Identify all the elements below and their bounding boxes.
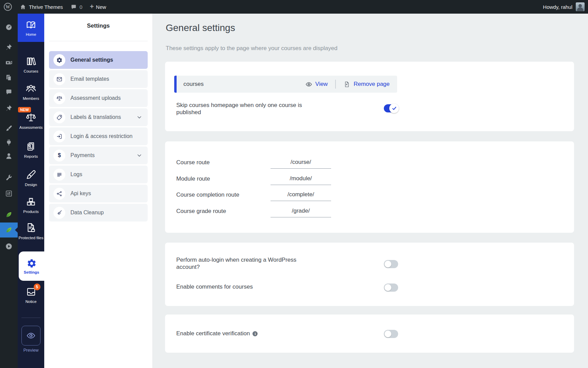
- menu-item-payments[interactable]: $ Payments: [49, 147, 148, 164]
- icon-circle: [53, 169, 65, 181]
- certificate-label: Enable certificate verificationi: [176, 330, 319, 337]
- account-menu[interactable]: Howdy, rahul: [543, 2, 588, 11]
- info-icon[interactable]: i: [252, 331, 258, 336]
- certificate-toggle[interactable]: [384, 330, 398, 338]
- menu-item-label: Api keys: [70, 190, 91, 197]
- sidebar-item-label: Design: [18, 183, 44, 187]
- home-icon: [20, 4, 26, 10]
- sidebar-item-reports[interactable]: Reports: [18, 141, 44, 158]
- route-row: Course grade route /grade/: [176, 205, 563, 217]
- grade-route-field[interactable]: /grade/: [271, 205, 331, 217]
- site-name-link[interactable]: Thrive Themes: [16, 0, 67, 14]
- comment-bubble-icon: [70, 4, 77, 10]
- auto-login-toggle[interactable]: [384, 260, 398, 268]
- courses-page-field[interactable]: courses View: [174, 76, 397, 93]
- thrive-apprentice-rail-item[interactable]: [0, 223, 18, 237]
- settings-panel: Settings General settings Email template…: [44, 14, 152, 368]
- icon-circle: [53, 92, 65, 104]
- menu-item-email-templates[interactable]: Email templates: [49, 70, 148, 88]
- page-actions: View Remove page: [305, 80, 390, 89]
- sidebar-item-settings[interactable]: Settings: [19, 251, 44, 281]
- media-icon[interactable]: [5, 59, 13, 67]
- route-label: Course completion route: [176, 189, 239, 201]
- sidebar-item-preview[interactable]: Preview: [18, 326, 44, 353]
- sidebar-item-protected-files[interactable]: Protected files: [18, 222, 44, 240]
- chevron-down-icon[interactable]: [136, 153, 142, 158]
- sidebar-item-label: Preview: [18, 348, 44, 353]
- route-row: Course route /course/: [176, 156, 563, 169]
- skip-homepage-toggle[interactable]: [384, 104, 398, 112]
- plugins-icon[interactable]: [5, 139, 13, 146]
- main-content: General settings These settings apply to…: [152, 14, 588, 368]
- menu-item-label: Data Cleanup: [70, 210, 104, 216]
- icon-circle: [53, 54, 65, 66]
- icon-circle: [53, 111, 65, 123]
- icon-circle: $: [53, 150, 65, 162]
- users-icon[interactable]: [5, 152, 13, 160]
- wp-admin-rail: [0, 14, 18, 368]
- settings-menu: General settings Email templates: [49, 51, 148, 223]
- sidebar-item-assessments[interactable]: Assessments: [18, 112, 44, 129]
- module-route-field[interactable]: /module/: [271, 173, 331, 185]
- completion-route-field[interactable]: /complete/: [271, 189, 331, 201]
- sidebar-item-home[interactable]: Home: [18, 14, 44, 42]
- route-label: Module route: [176, 173, 210, 185]
- course-route-field[interactable]: /course/: [271, 156, 331, 169]
- panel-title: Settings: [44, 14, 152, 29]
- comments-count: 0: [80, 4, 82, 10]
- icon-circle: [53, 73, 65, 85]
- menu-item-label: General settings: [70, 57, 113, 63]
- dollar-icon: $: [58, 152, 61, 158]
- sidebar-item-design[interactable]: Design: [18, 169, 44, 187]
- products-boxes-icon: [25, 196, 37, 208]
- sidebar-item-products[interactable]: Products: [18, 196, 44, 214]
- enable-comments-toggle[interactable]: [384, 283, 398, 292]
- api-nodes-icon: [56, 190, 63, 197]
- pages-icon[interactable]: [5, 74, 13, 81]
- new-content-menu[interactable]: + New: [86, 0, 110, 14]
- video-play-icon[interactable]: [5, 243, 13, 250]
- icon-circle: [53, 131, 65, 142]
- scale-icon: [56, 95, 63, 102]
- plus-icon: +: [90, 3, 94, 10]
- icon-circle: [53, 207, 65, 219]
- menu-item-login-access[interactable]: Login & access restriction: [49, 127, 148, 145]
- comments-link[interactable]: 0: [67, 0, 86, 14]
- comments-icon[interactable]: [5, 88, 13, 96]
- menu-item-general-settings[interactable]: General settings: [49, 51, 148, 69]
- menu-item-label: Assessment uploads: [70, 95, 121, 101]
- remove-page-link[interactable]: Remove page: [343, 81, 390, 88]
- gear-icon: [56, 57, 63, 63]
- enable-comments-label: Enable comments for courses: [176, 283, 319, 290]
- chevron-down-icon[interactable]: [136, 114, 142, 120]
- wordpress-logo-menu[interactable]: W: [0, 0, 16, 14]
- menu-item-logs[interactable]: Logs: [49, 166, 148, 183]
- menu-item-api-keys[interactable]: Api keys: [49, 185, 148, 202]
- preview-button: [21, 326, 40, 346]
- design-brush-icon: [25, 169, 37, 181]
- menu-item-label: Login & access restriction: [70, 133, 132, 139]
- appearance-brush-icon[interactable]: [5, 125, 13, 132]
- document-x-icon: [343, 81, 350, 88]
- panel-divider: [49, 41, 148, 41]
- sidebar-item-members[interactable]: Members: [18, 83, 44, 101]
- tools-wrench-icon[interactable]: [5, 174, 13, 181]
- view-page-link[interactable]: View: [305, 81, 328, 88]
- menu-item-data-cleanup[interactable]: Data Cleanup: [49, 204, 148, 221]
- menu-item-labels-translations[interactable]: Labels & translations: [49, 108, 148, 126]
- icon-circle: [53, 188, 65, 200]
- thrive-leaf-icon[interactable]: [5, 211, 13, 218]
- sidebar-item-courses[interactable]: Courses: [18, 56, 44, 73]
- dashboard-icon[interactable]: [5, 24, 13, 31]
- options-sliders-icon[interactable]: [5, 190, 13, 197]
- actions-separator: [335, 80, 336, 89]
- user-avatar: [576, 2, 585, 11]
- members-people-icon: [25, 83, 37, 94]
- custom-post-pin-icon[interactable]: [5, 104, 13, 112]
- menu-item-label: Payments: [70, 152, 95, 158]
- tag-icon: [56, 114, 63, 121]
- sidebar-item-notice[interactable]: 5 Notice: [18, 286, 44, 304]
- posts-pin-icon[interactable]: [5, 43, 13, 51]
- menu-item-label: Logs: [70, 171, 82, 178]
- menu-item-assessment-uploads[interactable]: Assessment uploads: [49, 89, 148, 107]
